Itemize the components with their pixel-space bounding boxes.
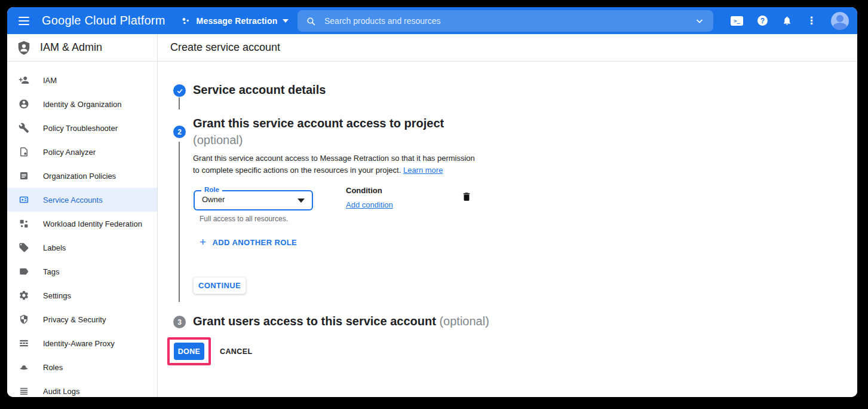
sidebar-item-label: Roles <box>43 363 63 372</box>
chevron-down-icon <box>283 19 289 23</box>
sidebar-item-label: Privacy & Security <box>43 315 106 324</box>
gcp-logo[interactable]: Google Cloud Platform <box>42 14 165 28</box>
service-account-icon <box>19 194 29 205</box>
step3-number-circle: 3 <box>173 316 186 328</box>
sidebar-item-label: Audit Logs <box>43 387 79 396</box>
roles-hat-icon <box>19 362 29 373</box>
more-vertical-icon[interactable]: ⋮ <box>806 16 817 26</box>
step2-description: Grant this service account access to Mes… <box>193 152 475 176</box>
learn-more-link[interactable]: Learn more <box>403 166 443 175</box>
gcp-top-bar: Google Cloud Platform Message Retraction <box>7 7 857 34</box>
search-bar[interactable] <box>297 10 713 32</box>
project-name: Message Retraction <box>197 16 278 26</box>
done-button[interactable]: DONE <box>174 343 204 360</box>
label-tag-icon <box>19 242 29 253</box>
continue-button[interactable]: CONTINUE <box>193 277 246 294</box>
add-another-role-button[interactable]: + ADD ANOTHER ROLE <box>200 237 297 248</box>
cloud-shell-icon[interactable]: >_ <box>731 16 743 26</box>
step2-optional-label: (optional) <box>193 133 243 147</box>
step3-title-text: Grant users access to this service accou… <box>193 315 436 328</box>
stepper-connector <box>179 97 180 109</box>
sidebar-item-audit-logs[interactable]: Audit Logs <box>7 379 157 397</box>
sidebar-item-identity-aware-proxy[interactable]: Identity-Aware Proxy <box>7 331 157 355</box>
chevron-down-icon[interactable] <box>694 16 705 26</box>
step2-title: Grant this service account access to pro… <box>193 117 444 130</box>
page-title: Create service account <box>158 34 857 62</box>
sidebar-item-tags[interactable]: Tags <box>7 260 157 283</box>
person-add-icon <box>19 75 29 86</box>
condition-label: Condition <box>346 186 382 195</box>
cancel-button[interactable]: CANCEL <box>220 344 252 359</box>
sidebar: IAM & Admin IAM Identity & Organization <box>7 34 158 397</box>
main-panel: Create service account Service account d… <box>158 34 857 397</box>
browser-viewport: Google Cloud Platform Message Retraction <box>7 7 857 397</box>
project-switcher-icon <box>181 16 191 26</box>
person-circle-icon <box>19 99 29 109</box>
list-lines-icon <box>19 386 29 396</box>
step1-title[interactable]: Service account details <box>193 83 326 97</box>
sidebar-nav: IAM Identity & Organization Policy Troub… <box>7 62 157 397</box>
annotation-highlight-box: DONE <box>167 337 211 365</box>
role-field-label: Role <box>201 186 222 193</box>
step3-title: Grant users access to this service accou… <box>193 315 489 328</box>
iam-admin-icon <box>16 40 32 56</box>
shield-icon <box>19 314 29 325</box>
help-icon[interactable]: ? <box>757 16 768 26</box>
sidebar-item-organization-policies[interactable]: Organization Policies <box>7 164 157 188</box>
sidebar-item-label: Workload Identity Federation <box>43 219 142 228</box>
plus-icon: + <box>200 236 207 248</box>
step3-optional-label: (optional) <box>439 315 489 328</box>
role-select[interactable]: Role Owner <box>194 190 313 210</box>
menu-icon[interactable] <box>17 14 31 28</box>
proxy-stripes-icon <box>19 338 29 349</box>
create-service-account-form: Service account details 2 Grant this ser… <box>158 62 857 397</box>
step1-check-circle-icon <box>173 84 186 97</box>
sidebar-item-settings[interactable]: Settings <box>7 283 157 307</box>
avatar[interactable] <box>831 12 849 30</box>
sidebar-item-label: Settings <box>43 291 71 300</box>
sidebar-item-label: Policy Analyzer <box>43 148 96 157</box>
dropdown-arrow-icon <box>297 199 305 203</box>
sidebar-item-identity-organization[interactable]: Identity & Organization <box>7 92 157 116</box>
sidebar-item-label: Service Accounts <box>43 196 103 204</box>
sidebar-item-policy-analyzer[interactable]: Policy Analyzer <box>7 140 157 164</box>
sidebar-item-service-accounts[interactable]: Service Accounts <box>7 188 157 212</box>
search-icon <box>306 16 316 26</box>
screenshot-frame: Google Cloud Platform Message Retraction <box>0 0 868 409</box>
sidebar-item-workload-identity-federation[interactable]: Workload Identity Federation <box>7 212 157 236</box>
wrench-icon <box>19 123 29 133</box>
description-line2: to complete specific actions on the reso… <box>193 166 401 175</box>
sidebar-item-label: Identity-Aware Proxy <box>43 339 115 348</box>
sidebar-item-label: Policy Troubleshooter <box>43 124 118 133</box>
sidebar-title: IAM & Admin <box>40 41 102 54</box>
sidebar-header: IAM & Admin <box>7 34 157 62</box>
step2-number-circle: 2 <box>173 126 186 138</box>
sidebar-item-privacy-security[interactable]: Privacy & Security <box>7 307 157 331</box>
policy-analyzer-icon <box>19 146 29 157</box>
sidebar-item-label: Labels <box>43 243 66 252</box>
sidebar-item-policy-troubleshooter[interactable]: Policy Troubleshooter <box>7 116 157 140</box>
app-body: IAM & Admin IAM Identity & Organization <box>7 34 857 397</box>
stepper-connector <box>179 142 180 302</box>
sidebar-item-label: Organization Policies <box>43 172 116 181</box>
sidebar-item-labels[interactable]: Labels <box>7 236 157 260</box>
project-selector[interactable]: Message Retraction <box>181 16 289 26</box>
step2-number: 2 <box>177 128 182 136</box>
sidebar-item-label: Identity & Organization <box>43 100 122 109</box>
step3-number: 3 <box>177 318 182 326</box>
trash-icon[interactable] <box>461 191 472 202</box>
sidebar-item-label: Tags <box>43 267 59 276</box>
notifications-icon[interactable] <box>782 16 792 26</box>
top-bar-actions: >_ ? ⋮ <box>731 7 849 34</box>
workload-identity-icon <box>19 218 29 229</box>
sidebar-item-label: IAM <box>43 76 57 85</box>
role-helper-text: Full access to all resources. <box>200 215 288 223</box>
role-selected-value: Owner <box>202 195 225 204</box>
document-lines-icon <box>19 170 29 181</box>
add-condition-link[interactable]: Add condition <box>346 200 393 209</box>
sidebar-item-iam[interactable]: IAM <box>7 68 157 92</box>
add-another-role-label: ADD ANOTHER ROLE <box>213 238 297 247</box>
gear-icon <box>19 290 29 301</box>
search-input[interactable] <box>324 16 694 26</box>
sidebar-item-roles[interactable]: Roles <box>7 355 157 379</box>
